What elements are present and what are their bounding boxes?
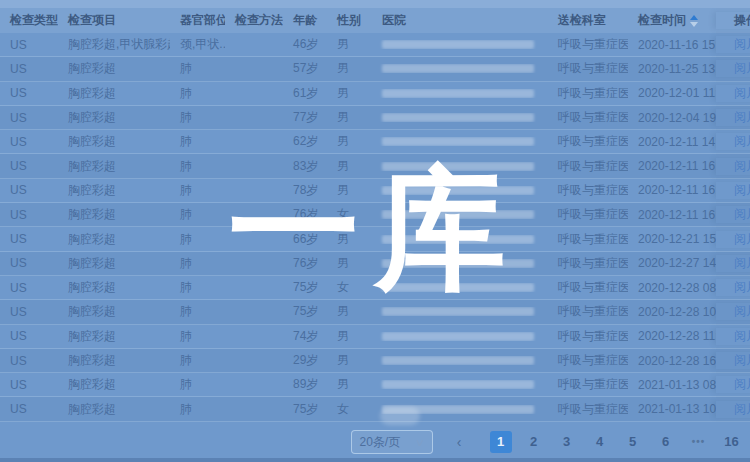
cell-text: 2020-12-28 08:15:51 <box>638 281 716 295</box>
chevron-down-icon: ∨ <box>415 437 425 448</box>
view-film-link[interactable]: 阅片 <box>734 303 750 320</box>
view-film-link[interactable]: 阅片 <box>734 279 750 296</box>
table-row: US胸腔彩超肺29岁男呼吸与重症医...2020-12-28 16:45:18阅… <box>0 349 750 373</box>
more-pages-button[interactable]: ••• <box>688 431 710 453</box>
cell-item: 胸腔彩超 <box>58 231 170 248</box>
cell-dept: 呼吸与重症医... <box>548 158 628 175</box>
cell-item: 胸腔彩超 <box>58 182 170 199</box>
cell-hosp <box>372 332 548 341</box>
redacted-hospital-name <box>382 307 534 316</box>
cell-type: US <box>0 305 58 319</box>
page-button-4[interactable]: 4 <box>589 431 611 453</box>
view-film-link[interactable]: 阅片 <box>734 328 750 345</box>
cell-text: 呼吸与重症医... <box>558 158 628 175</box>
cell-sex: 男 <box>327 328 372 345</box>
cell-organ: 肺 <box>170 352 225 369</box>
view-film-link[interactable]: 阅片 <box>734 182 750 199</box>
cell-hosp <box>372 137 548 146</box>
cell-text: US <box>10 305 27 319</box>
cell-text: 呼吸与重症医... <box>558 206 628 223</box>
cell-op: 阅片 <box>716 60 750 77</box>
cell-time: 2020-12-21 15:10:33 <box>628 232 716 246</box>
page-button-2[interactable]: 2 <box>523 431 545 453</box>
cell-text: 男 <box>337 60 349 77</box>
cell-time: 2020-12-11 16:50:25 <box>628 208 716 222</box>
view-film-link[interactable]: 阅片 <box>734 109 750 126</box>
cell-text: 男 <box>337 133 349 150</box>
cell-dept: 呼吸与重症医... <box>548 109 628 126</box>
cell-text: 75岁 <box>293 401 318 418</box>
page-buttons: 123456 <box>484 431 682 453</box>
cell-time: 2020-12-11 14:00:14 <box>628 135 716 149</box>
col-header-label: 器官部位 <box>180 12 225 29</box>
cell-sex: 男 <box>327 352 372 369</box>
watermark: 一库 <box>228 163 520 295</box>
cell-text: 呼吸与重症医... <box>558 109 628 126</box>
cell-age: 89岁 <box>283 376 327 393</box>
col-header-hosp: 医院 <box>372 12 548 29</box>
view-film-link[interactable]: 阅片 <box>734 133 750 150</box>
cell-age: 74岁 <box>283 328 327 345</box>
cell-text: 2020-12-11 16:50:25 <box>638 208 716 222</box>
pagination: 20条/页 ∨ ‹ 123456 ••• 16 <box>351 430 749 454</box>
page-button-last[interactable]: 16 <box>721 431 743 453</box>
cell-item: 胸腔彩超 <box>58 60 170 77</box>
page-button-6[interactable]: 6 <box>655 431 677 453</box>
cell-text: US <box>10 135 27 149</box>
cell-organ: 肺 <box>170 133 225 150</box>
view-film-link[interactable]: 阅片 <box>734 231 750 248</box>
cell-text: 男 <box>337 376 349 393</box>
cell-sex: 男 <box>327 60 372 77</box>
view-film-link[interactable]: 阅片 <box>734 206 750 223</box>
cell-op: 阅片 <box>716 279 750 296</box>
cell-op: 阅片 <box>716 133 750 150</box>
page-button-3[interactable]: 3 <box>556 431 578 453</box>
page-button-1[interactable]: 1 <box>490 431 512 453</box>
col-header-label: 检查类型 <box>10 12 58 29</box>
view-film-link[interactable]: 阅片 <box>734 158 750 175</box>
cell-organ: 肺 <box>170 158 225 175</box>
cell-age: 57岁 <box>283 60 327 77</box>
cell-dept: 呼吸与重症医... <box>548 133 628 150</box>
cell-dept: 呼吸与重症医... <box>548 206 628 223</box>
view-film-link[interactable]: 阅片 <box>734 401 750 418</box>
cell-time: 2020-12-28 10:24:30 <box>628 305 716 319</box>
view-film-link[interactable]: 阅片 <box>734 85 750 102</box>
cell-text: 2020-11-16 15:44:49 <box>638 38 716 52</box>
cell-text: 胸腔彩超 <box>68 133 116 150</box>
cell-type: US <box>0 256 58 270</box>
top-strip <box>0 0 750 8</box>
view-film-link[interactable]: 阅片 <box>734 60 750 77</box>
cell-time: 2021-01-13 10:17:16 <box>628 402 716 416</box>
cell-dept: 呼吸与重症医... <box>548 231 628 248</box>
view-film-link[interactable]: 阅片 <box>734 352 750 369</box>
cell-text: 肺 <box>180 231 192 248</box>
cell-time: 2020-12-28 08:15:51 <box>628 281 716 295</box>
cell-text: 呼吸与重症医... <box>558 279 628 296</box>
scrollbar-thumb[interactable] <box>380 407 420 425</box>
view-film-link[interactable]: 阅片 <box>734 376 750 393</box>
cell-text: US <box>10 281 27 295</box>
prev-page-button[interactable]: ‹ <box>448 431 470 453</box>
col-header-item: 检查项目 <box>58 12 170 29</box>
cell-hosp <box>372 89 548 98</box>
col-header-time[interactable]: 检查时间 <box>628 12 716 29</box>
cell-text: 2020-12-04 19:03:24 <box>638 111 716 125</box>
cell-text: 89岁 <box>293 376 318 393</box>
redacted-hospital-name <box>382 64 534 73</box>
sort-caret-icon[interactable] <box>690 15 698 27</box>
view-film-link[interactable]: 阅片 <box>734 255 750 272</box>
cell-text: 呼吸与重症医... <box>558 303 628 320</box>
page-button-5[interactable]: 5 <box>622 431 644 453</box>
cell-organ: 肺 <box>170 401 225 418</box>
col-header-label: 年龄 <box>293 12 317 29</box>
cell-op: 阅片 <box>716 206 750 223</box>
cell-dept: 呼吸与重症医... <box>548 60 628 77</box>
cell-time: 2020-12-01 11:14:21 <box>628 86 716 100</box>
table-header: 检查类型检查项目器官部位检查方法年龄性别医院送检科室检查时间操作 <box>0 8 750 33</box>
cell-time: 2020-12-27 14:23:04 <box>628 256 716 270</box>
cell-type: US <box>0 62 58 76</box>
page-size-select[interactable]: 20条/页 ∨ <box>351 430 433 454</box>
view-film-link[interactable]: 阅片 <box>734 36 750 53</box>
cell-organ: 肺 <box>170 109 225 126</box>
